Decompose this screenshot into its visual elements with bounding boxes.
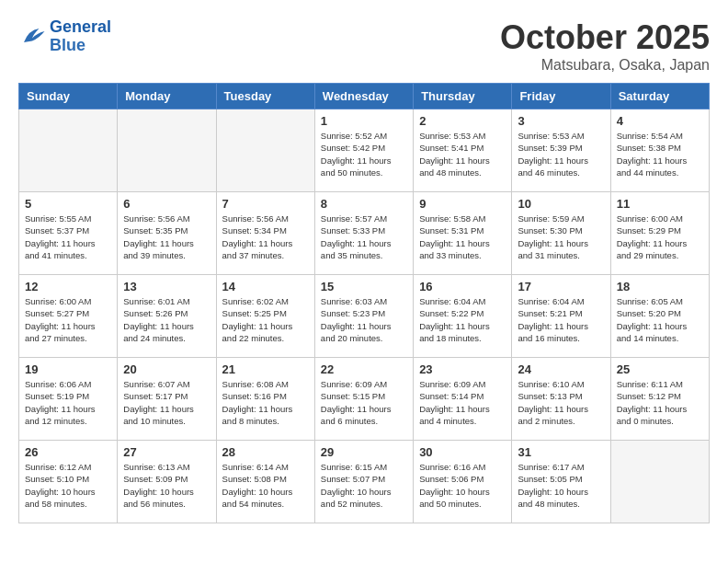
title-area: October 2025 Matsubara, Osaka, Japan [500,18,710,74]
day-detail: Sunrise: 5:58 AM Sunset: 5:31 PM Dayligh… [419,213,506,261]
calendar-cell: 19Sunrise: 6:06 AM Sunset: 5:19 PM Dayli… [19,358,118,441]
day-detail: Sunrise: 6:11 AM Sunset: 5:12 PM Dayligh… [617,378,703,427]
day-detail: Sunrise: 6:04 AM Sunset: 5:22 PM Dayligh… [419,295,506,344]
calendar-cell: 27Sunrise: 6:13 AM Sunset: 5:09 PM Dayli… [118,441,216,523]
day-detail: Sunrise: 6:01 AM Sunset: 5:26 PM Dayligh… [123,295,210,344]
calendar-cell: 17Sunrise: 6:04 AM Sunset: 5:21 PM Dayli… [512,275,610,358]
day-detail: Sunrise: 6:09 AM Sunset: 5:15 PM Dayligh… [321,378,407,427]
calendar-cell: 7Sunrise: 5:56 AM Sunset: 5:34 PM Daylig… [216,192,314,275]
day-number: 20 [123,362,210,376]
day-number: 31 [518,445,604,459]
day-number: 1 [321,114,407,128]
logo-text: General Blue [50,18,111,55]
day-detail: Sunrise: 6:07 AM Sunset: 5:17 PM Dayligh… [123,378,210,427]
column-header-wednesday: Wednesday [314,84,413,109]
day-detail: Sunrise: 6:00 AM Sunset: 5:27 PM Dayligh… [25,295,111,344]
calendar-cell: 12Sunrise: 6:00 AM Sunset: 5:27 PM Dayli… [19,275,118,358]
column-header-tuesday: Tuesday [216,84,314,109]
calendar-cell: 16Sunrise: 6:04 AM Sunset: 5:22 PM Dayli… [414,275,512,358]
calendar-cell: 3Sunrise: 5:53 AM Sunset: 5:39 PM Daylig… [512,109,610,192]
day-number: 29 [321,445,407,459]
calendar-cell: 14Sunrise: 6:02 AM Sunset: 5:25 PM Dayli… [216,275,314,358]
day-number: 21 [222,362,309,376]
day-detail: Sunrise: 6:06 AM Sunset: 5:19 PM Dayligh… [25,378,111,427]
day-number: 2 [419,114,506,128]
calendar-cell: 25Sunrise: 6:11 AM Sunset: 5:12 PM Dayli… [610,358,709,441]
column-header-monday: Monday [118,84,216,109]
day-detail: Sunrise: 6:09 AM Sunset: 5:14 PM Dayligh… [419,378,506,427]
day-detail: Sunrise: 6:05 AM Sunset: 5:20 PM Dayligh… [617,295,703,344]
month-title: October 2025 [500,18,710,57]
day-detail: Sunrise: 6:04 AM Sunset: 5:21 PM Dayligh… [518,295,604,344]
calendar-cell: 24Sunrise: 6:10 AM Sunset: 5:13 PM Dayli… [512,358,610,441]
day-detail: Sunrise: 5:56 AM Sunset: 5:34 PM Dayligh… [222,213,309,261]
day-detail: Sunrise: 6:16 AM Sunset: 5:06 PM Dayligh… [419,461,506,510]
day-number: 23 [419,362,506,376]
day-number: 12 [25,280,111,293]
day-number: 24 [518,362,604,376]
day-number: 15 [321,280,407,293]
calendar-cell: 1Sunrise: 5:52 AM Sunset: 5:42 PM Daylig… [314,109,413,192]
calendar-cell: 13Sunrise: 6:01 AM Sunset: 5:26 PM Dayli… [118,275,216,358]
day-number: 17 [518,280,604,293]
calendar-week-row: 1Sunrise: 5:52 AM Sunset: 5:42 PM Daylig… [19,109,710,192]
calendar-cell: 15Sunrise: 6:03 AM Sunset: 5:23 PM Dayli… [314,275,413,358]
calendar-cell: 23Sunrise: 6:09 AM Sunset: 5:14 PM Dayli… [414,358,512,441]
calendar-cell [118,109,216,192]
calendar-cell: 31Sunrise: 6:17 AM Sunset: 5:05 PM Dayli… [512,441,610,523]
day-detail: Sunrise: 6:02 AM Sunset: 5:25 PM Dayligh… [222,295,309,344]
day-detail: Sunrise: 6:17 AM Sunset: 5:05 PM Dayligh… [518,461,604,510]
calendar-cell: 10Sunrise: 5:59 AM Sunset: 5:30 PM Dayli… [512,192,610,275]
calendar-cell: 20Sunrise: 6:07 AM Sunset: 5:17 PM Dayli… [118,358,216,441]
day-detail: Sunrise: 5:57 AM Sunset: 5:33 PM Dayligh… [321,213,407,261]
day-detail: Sunrise: 6:13 AM Sunset: 5:09 PM Dayligh… [123,461,210,510]
day-number: 3 [518,114,604,128]
day-detail: Sunrise: 5:59 AM Sunset: 5:30 PM Dayligh… [518,213,604,261]
day-number: 9 [419,197,506,211]
day-number: 30 [419,445,506,459]
calendar-cell: 5Sunrise: 5:55 AM Sunset: 5:37 PM Daylig… [19,192,118,275]
day-number: 13 [123,280,210,293]
day-detail: Sunrise: 5:53 AM Sunset: 5:39 PM Dayligh… [518,130,604,178]
calendar-cell: 18Sunrise: 6:05 AM Sunset: 5:20 PM Dayli… [610,275,709,358]
logo-line1: General [50,17,111,36]
day-detail: Sunrise: 6:10 AM Sunset: 5:13 PM Dayligh… [518,378,604,427]
calendar-cell: 11Sunrise: 6:00 AM Sunset: 5:29 PM Dayli… [610,192,709,275]
calendar-cell: 6Sunrise: 5:56 AM Sunset: 5:35 PM Daylig… [118,192,216,275]
calendar-cell [19,109,118,192]
calendar-cell: 30Sunrise: 6:16 AM Sunset: 5:06 PM Dayli… [414,441,512,523]
calendar-week-row: 26Sunrise: 6:12 AM Sunset: 5:10 PM Dayli… [19,441,710,523]
calendar-week-row: 5Sunrise: 5:55 AM Sunset: 5:37 PM Daylig… [19,192,710,275]
calendar-cell: 2Sunrise: 5:53 AM Sunset: 5:41 PM Daylig… [414,109,512,192]
day-number: 25 [617,362,703,376]
day-detail: Sunrise: 6:14 AM Sunset: 5:08 PM Dayligh… [222,461,309,510]
day-number: 7 [222,197,309,211]
column-header-friday: Friday [512,84,610,109]
day-detail: Sunrise: 6:03 AM Sunset: 5:23 PM Dayligh… [321,295,407,344]
day-detail: Sunrise: 6:15 AM Sunset: 5:07 PM Dayligh… [321,461,407,510]
column-header-sunday: Sunday [19,84,118,109]
day-detail: Sunrise: 5:53 AM Sunset: 5:41 PM Dayligh… [419,130,506,178]
calendar-cell: 28Sunrise: 6:14 AM Sunset: 5:08 PM Dayli… [216,441,314,523]
day-detail: Sunrise: 6:08 AM Sunset: 5:16 PM Dayligh… [222,378,309,427]
logo-line2: Blue [50,36,85,54]
day-number: 28 [222,445,309,459]
calendar-cell: 8Sunrise: 5:57 AM Sunset: 5:33 PM Daylig… [314,192,413,275]
calendar-cell: 4Sunrise: 5:54 AM Sunset: 5:38 PM Daylig… [610,109,709,192]
day-detail: Sunrise: 5:52 AM Sunset: 5:42 PM Dayligh… [321,130,407,178]
day-number: 6 [123,197,210,211]
day-number: 11 [617,197,703,211]
header: General Blue October 2025 Matsubara, Osa… [18,18,710,74]
calendar-cell: 21Sunrise: 6:08 AM Sunset: 5:16 PM Dayli… [216,358,314,441]
calendar-header-row: SundayMondayTuesdayWednesdayThursdayFrid… [19,84,710,109]
calendar-cell: 9Sunrise: 5:58 AM Sunset: 5:31 PM Daylig… [414,192,512,275]
day-number: 10 [518,197,604,211]
day-number: 18 [617,280,703,293]
day-detail: Sunrise: 5:54 AM Sunset: 5:38 PM Dayligh… [617,130,703,178]
calendar-cell [216,109,314,192]
logo: General Blue [18,18,111,55]
logo-bird-icon [18,23,46,51]
calendar-week-row: 12Sunrise: 6:00 AM Sunset: 5:27 PM Dayli… [19,275,710,358]
calendar-cell [610,441,709,523]
day-detail: Sunrise: 5:56 AM Sunset: 5:35 PM Dayligh… [123,213,210,261]
